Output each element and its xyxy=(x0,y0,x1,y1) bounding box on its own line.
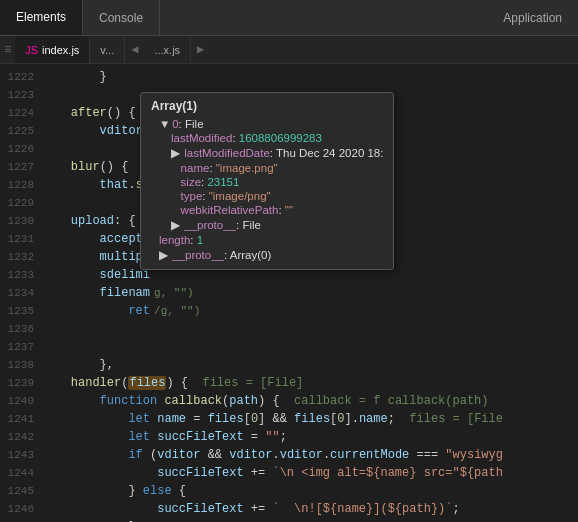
code-panel: 1222 } 1223 1224 after() { 1225 vditor. … xyxy=(0,64,578,522)
tooltip-row-lastmodifieddate: ▶ lastModifiedDate: Thu Dec 24 2020 18: xyxy=(151,145,383,161)
line-1247: 1247 } xyxy=(0,518,578,522)
line-1235: 1235 ret /g, "") xyxy=(0,302,578,320)
file-tab-arrow-left[interactable]: ◀ xyxy=(125,36,144,63)
expand-arrow-proto-array[interactable]: ▶ xyxy=(159,248,169,262)
tab-elements[interactable]: Elements xyxy=(0,0,83,35)
expand-arrow-proto-file[interactable]: ▶ xyxy=(171,218,181,232)
line-1244: 1244 succFileText += `\n <img alt=${name… xyxy=(0,464,578,482)
tooltip-row-webkitrelativepath: webkitRelativePath: "" xyxy=(151,203,383,217)
line-1243: 1243 if (vditor && vditor.vditor.current… xyxy=(0,446,578,464)
line-1239: 1239 handler(files) { files = [File] xyxy=(0,374,578,392)
tooltip-row-0: ▼ 0: File xyxy=(151,117,383,131)
js-file-icon: JS xyxy=(25,44,38,56)
expand-icon[interactable]: ≡ xyxy=(0,36,15,63)
line-1245: 1245 } else { xyxy=(0,482,578,500)
main-area: 1222 } 1223 1224 after() { 1225 vditor. … xyxy=(0,64,578,522)
line-1246: 1246 succFileText += ` \n![${name}](${pa… xyxy=(0,500,578,518)
tab-console[interactable]: Console xyxy=(83,0,160,35)
file-tab-bar: ≡ JS index.js v... ◀ ...x.js ▶ xyxy=(0,36,578,64)
devtools-tab-bar: Elements Console Application xyxy=(0,0,578,36)
tab-application[interactable]: Application xyxy=(487,0,578,35)
expand-arrow-lastmodifieddate[interactable]: ▶ xyxy=(171,146,181,160)
file-tab-arrow-right[interactable]: ▶ xyxy=(191,36,210,63)
file-tab-xjs[interactable]: ...x.js xyxy=(144,36,191,63)
expand-arrow-0[interactable]: ▼ xyxy=(159,118,169,130)
file-tab-v[interactable]: v... xyxy=(90,36,125,63)
tooltip-row-name: name: "image.png" xyxy=(151,161,383,175)
tooltip-row-proto-file: ▶ __proto__: File xyxy=(151,217,383,233)
line-1237: 1237 xyxy=(0,338,578,356)
line-1238: 1238 }, xyxy=(0,356,578,374)
tooltip-row-size: size: 23151 xyxy=(151,175,383,189)
file-tab-indexjs[interactable]: JS index.js xyxy=(15,36,90,63)
line-1241: 1241 let name = files[0] && files[0].nam… xyxy=(0,410,578,428)
tooltip-row-length: length: 1 xyxy=(151,233,383,247)
line-1234: 1234 filenam g, "") xyxy=(0,284,578,302)
tooltip-row-lastmodified: lastModified: 1608806999283 xyxy=(151,131,383,145)
line-1240: 1240 function callback(path) { callback … xyxy=(0,392,578,410)
line-1222: 1222 } xyxy=(0,68,578,86)
tooltip-popup: Array(1) ▼ 0: File lastModified: 1608806… xyxy=(140,92,394,270)
line-1242: 1242 let succFileText = ""; xyxy=(0,428,578,446)
line-1236: 1236 xyxy=(0,320,578,338)
tooltip-row-type: type: "image/png" xyxy=(151,189,383,203)
tooltip-row-proto-array: ▶ __proto__: Array(0) xyxy=(151,247,383,263)
tooltip-title: Array(1) xyxy=(151,99,383,113)
